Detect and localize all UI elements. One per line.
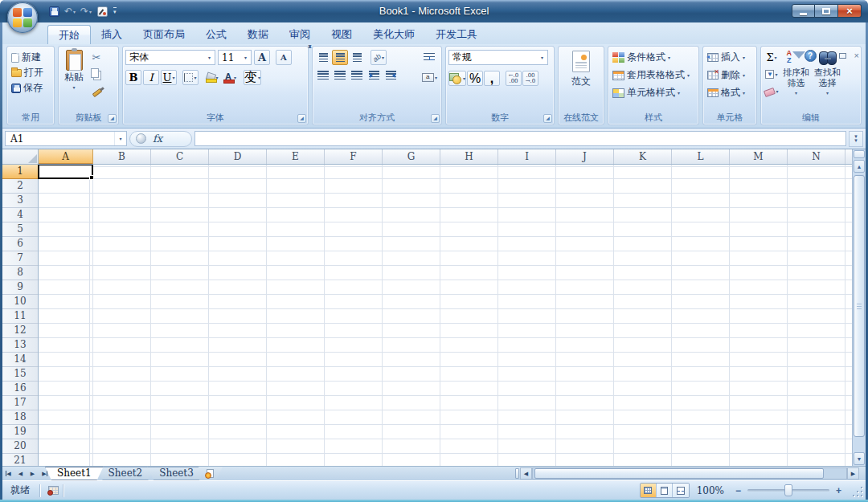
- italic-button[interactable]: I: [143, 70, 159, 85]
- row-header[interactable]: 20: [2, 439, 38, 454]
- column-header[interactable]: K: [614, 149, 672, 164]
- row-header[interactable]: 3: [2, 194, 38, 208]
- clear-button[interactable]: ▾: [764, 84, 780, 99]
- page-layout-view-button[interactable]: [657, 484, 673, 497]
- comma-style-button[interactable]: ,: [484, 71, 500, 86]
- insert-function-button[interactable]: fx: [129, 131, 192, 147]
- prev-sheet-button[interactable]: ◀: [14, 467, 27, 480]
- ribbon-tab[interactable]: 开发工具: [425, 25, 488, 44]
- name-box[interactable]: A1 ▾: [5, 131, 127, 146]
- horizontal-scroll-thumb[interactable]: [534, 468, 824, 479]
- align-right-button[interactable]: [349, 67, 365, 83]
- fill-button[interactable]: ▼▾: [764, 67, 780, 82]
- sheet-tab[interactable]: Sheet1: [45, 467, 104, 480]
- sample-doc-button[interactable]: 范文: [561, 50, 601, 88]
- zoom-slider-track[interactable]: [747, 489, 829, 492]
- row-header[interactable]: 12: [2, 324, 38, 338]
- fill-color-button[interactable]: ▾: [204, 70, 220, 85]
- ribbon-tab[interactable]: 开始: [47, 25, 91, 44]
- column-header[interactable]: J: [556, 149, 614, 164]
- number-format-select[interactable]: 常规 ▾: [448, 50, 548, 65]
- record-macro-button[interactable]: [43, 484, 63, 498]
- row-header[interactable]: 8: [2, 266, 38, 280]
- vertical-scrollbar[interactable]: ▲ ▼: [852, 149, 866, 466]
- grow-font-button[interactable]: A▲: [254, 50, 270, 65]
- column-header[interactable]: I: [498, 149, 556, 164]
- percent-style-button[interactable]: %: [467, 71, 483, 86]
- row-header[interactable]: 7: [2, 251, 38, 266]
- row-header[interactable]: 15: [2, 367, 38, 382]
- underline-button[interactable]: U▾: [161, 70, 177, 85]
- row-header[interactable]: 1: [2, 165, 38, 179]
- vertical-scroll-track[interactable]: [854, 173, 865, 451]
- save-button-ribbon[interactable]: 保存: [10, 80, 51, 96]
- row-header[interactable]: 17: [2, 396, 38, 410]
- format-as-table-button[interactable]: 套用表格格式▾: [611, 67, 696, 83]
- font-size-dropdown-icon[interactable]: ▾: [240, 55, 251, 60]
- normal-view-button[interactable]: [641, 484, 657, 497]
- font-name-dropdown-icon[interactable]: ▾: [204, 55, 215, 60]
- maximize-button[interactable]: [815, 4, 838, 18]
- ribbon-tab[interactable]: 公式: [195, 25, 237, 44]
- zoom-in-button[interactable]: +: [832, 484, 845, 497]
- insert-cells-button[interactable]: 插入▾: [706, 50, 754, 65]
- workbook-minimize-icon[interactable]: [825, 58, 831, 59]
- clipboard-dialog-launcher[interactable]: ◢: [108, 114, 117, 123]
- row-header[interactable]: 16: [2, 382, 38, 396]
- merge-center-button[interactable]: ▾: [421, 70, 438, 85]
- formula-input[interactable]: [194, 131, 846, 146]
- workbook-close-icon[interactable]: ×: [854, 51, 859, 60]
- font-color-button[interactable]: A▾: [222, 70, 238, 85]
- column-header[interactable]: N: [788, 149, 845, 164]
- column-header[interactable]: H: [440, 149, 498, 164]
- row-header[interactable]: 10: [2, 295, 38, 309]
- row-header[interactable]: 2: [2, 179, 38, 194]
- column-header[interactable]: D: [209, 149, 267, 164]
- wrap-text-button[interactable]: [421, 50, 437, 65]
- font-dialog-launcher[interactable]: ◢: [297, 114, 306, 123]
- row-header[interactable]: 6: [2, 237, 38, 251]
- row-header[interactable]: 13: [2, 338, 38, 353]
- format-cells-button[interactable]: 格式▾: [706, 85, 754, 100]
- accounting-format-button[interactable]: ▾: [448, 71, 466, 86]
- sheet-tab[interactable]: Sheet2: [96, 467, 155, 480]
- first-sheet-button[interactable]: ◀: [2, 467, 14, 480]
- decrease-indent-button[interactable]: [366, 67, 382, 83]
- column-header[interactable]: C: [151, 149, 209, 164]
- column-header[interactable]: A: [39, 149, 93, 164]
- close-button[interactable]: ×: [838, 4, 862, 18]
- vertical-split-box[interactable]: [854, 150, 865, 158]
- increase-decimal-button[interactable]: ←.0 .00: [506, 71, 522, 86]
- cut-button[interactable]: ✂: [88, 50, 104, 65]
- format-painter-button[interactable]: [88, 84, 104, 99]
- paste-dropdown-icon[interactable]: ▾: [72, 84, 75, 90]
- tab-split-handle[interactable]: [515, 468, 519, 479]
- number-dialog-launcher[interactable]: ◢: [543, 114, 552, 123]
- expand-formula-bar-button[interactable]: ▼▼: [849, 131, 863, 147]
- phonetic-button[interactable]: 变▾: [244, 70, 261, 85]
- row-header[interactable]: 4: [2, 208, 38, 222]
- bold-button[interactable]: B: [125, 70, 141, 85]
- ribbon-tab[interactable]: 美化大师: [362, 25, 425, 44]
- row-header[interactable]: 21: [2, 454, 38, 466]
- zoom-level-label[interactable]: 100%: [697, 485, 724, 496]
- cell-styles-button[interactable]: 单元格样式▾: [611, 85, 696, 100]
- minimize-button[interactable]: [792, 4, 815, 18]
- ribbon-tab[interactable]: 数据: [237, 25, 279, 44]
- column-header[interactable]: G: [383, 149, 440, 164]
- row-header[interactable]: 9: [2, 280, 38, 295]
- orientation-button[interactable]: ab▾: [371, 50, 387, 65]
- zoom-out-button[interactable]: −: [731, 484, 745, 497]
- ribbon-tab[interactable]: 页面布局: [133, 25, 195, 44]
- resize-grip[interactable]: [850, 484, 863, 497]
- font-name-select[interactable]: 宋体▾: [125, 50, 215, 65]
- column-header[interactable]: L: [672, 149, 730, 164]
- scroll-right-button[interactable]: ▶: [847, 467, 859, 480]
- row-header[interactable]: 19: [2, 425, 38, 439]
- column-header[interactable]: B: [93, 149, 151, 164]
- sheet-tab[interactable]: Sheet3: [147, 467, 206, 480]
- decrease-decimal-button[interactable]: .00 →.0: [522, 71, 538, 86]
- next-sheet-button[interactable]: ▶: [27, 467, 39, 480]
- zoom-slider-thumb[interactable]: [784, 484, 792, 496]
- number-format-dropdown-icon[interactable]: ▾: [537, 55, 547, 60]
